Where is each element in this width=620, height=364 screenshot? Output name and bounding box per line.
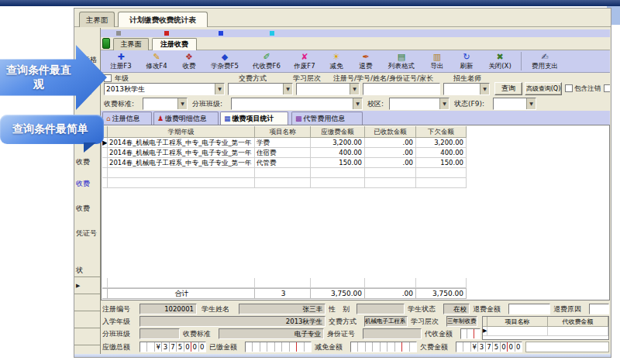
advanced-query-button[interactable]: 高级查询(Q)	[525, 82, 562, 95]
empty-cell	[365, 278, 416, 287]
chevron-down-icon[interactable]: ▼	[526, 98, 536, 109]
chevron-down-icon[interactable]: ▼	[480, 84, 489, 94]
pencil-icon: ✎	[153, 53, 160, 62]
entry-year-label: 入学年级	[102, 317, 130, 326]
grade-combobox[interactable]: 2013秋学生▼	[104, 83, 225, 95]
class-field[interactable]	[140, 328, 180, 339]
row-gutter	[102, 178, 108, 187]
collect-fee-button[interactable]: ❖收费	[174, 50, 204, 72]
cell-item: 住宿费	[255, 148, 311, 157]
owed-amount-label: 欠费金额	[420, 342, 448, 352]
fee-standard-combobox[interactable]: ▼	[143, 98, 188, 110]
refund-button[interactable]: ✒退费	[351, 50, 381, 72]
icon-fragment-strip	[101, 29, 610, 37]
callout-banner-text: 查询条件最简单	[0, 122, 101, 136]
search-input[interactable]	[363, 83, 440, 95]
paid-amount-label: 已缴金额	[209, 342, 237, 352]
entry-year-field[interactable]: 2013秋学生	[140, 316, 326, 327]
study-level-combobox[interactable]: ▼	[296, 83, 360, 95]
fee-standard-label: 收费标准:	[104, 99, 134, 108]
class-fuzzy-checkbox[interactable]	[604, 84, 610, 92]
campus-combobox[interactable]: ▼	[389, 98, 450, 110]
gender-field[interactable]	[356, 304, 405, 314]
app-window: 主界面 计划缴费收费统计表 显示格 学生 年 分班 联系 收费 收费 收费 凭证…	[74, 8, 611, 358]
student-status-field[interactable]: 在校	[443, 304, 470, 314]
sliver-label: 状	[76, 266, 83, 276]
mdi-tab-main[interactable]: 主界面	[79, 12, 115, 27]
document-icon	[116, 31, 121, 36]
chevron-down-icon[interactable]: ▼	[215, 84, 224, 94]
grid-header-owed: 下欠金额	[416, 126, 467, 137]
table-row[interactable]: 2014春_机械电子工程系_中专_电子专业_第一年 住宿费 400.00 .00…	[102, 148, 467, 158]
empty-cell	[255, 178, 311, 187]
chevron-down-icon[interactable]: ▼	[177, 98, 187, 109]
pay-method-combobox[interactable]: ▼	[228, 83, 293, 95]
owed-amount-cells[interactable]: ¥375000	[456, 342, 522, 352]
clipboard-icon: ▥	[433, 53, 441, 62]
register-button[interactable]: ✚注册F3	[103, 50, 139, 72]
chevron-down-icon[interactable]: ▼	[353, 98, 362, 109]
chevron-down-icon[interactable]: ▼	[439, 98, 449, 109]
refund-reason-field[interactable]	[589, 304, 609, 314]
paid-amount-cells[interactable]	[245, 342, 312, 352]
reg-no-field[interactable]: 1020001	[140, 304, 197, 314]
pay-method-form-label: 交费方式	[329, 317, 356, 326]
agency-amount-cells[interactable]	[460, 328, 480, 339]
close-button[interactable]: ✖关闭(X)	[481, 50, 518, 72]
cell-item: 学费	[255, 138, 311, 147]
query-button[interactable]: 查询	[494, 82, 522, 95]
include-cancelled-checkbox[interactable]	[565, 84, 573, 92]
row-gutter	[102, 158, 108, 167]
chevron-down-icon[interactable]: ▼	[283, 84, 292, 94]
cell-paid: .00	[365, 158, 416, 167]
void-button[interactable]: ✘作废F7	[288, 50, 322, 72]
row-marker-icon: ▶	[76, 283, 80, 289]
class-combobox[interactable]: ▼	[231, 98, 363, 110]
cell-paid: .00	[365, 138, 416, 147]
fee-standard-field[interactable]: 电子专业	[219, 328, 324, 339]
class-filter-label: 分班班级:	[192, 99, 222, 108]
total-due-label: 应缴总额	[102, 342, 130, 352]
list-format-button[interactable]: ▤列表格式	[381, 50, 422, 72]
name-field[interactable]: 张三丰	[239, 304, 326, 314]
tuition-button[interactable]: ◆学杂费F5	[204, 50, 246, 72]
agency-table-row[interactable]: ▶	[483, 327, 608, 336]
table-row[interactable]: ▶ 2014春_机械电子工程系_中专_电子专业_第一年 学费 3,200.00 …	[102, 138, 467, 148]
cell-owed: 3,200.00	[416, 138, 467, 147]
recruiter-combobox[interactable]: ▼	[443, 83, 490, 95]
tab-register-info[interactable]: ⌂注册信息	[102, 112, 152, 125]
table-row[interactable]: 2014春_机械电子工程系_中专_电子专业_第一年 代管费 150.00 .00…	[102, 158, 467, 168]
cell-term: 2014春_机械电子工程系_中专_电子专业_第一年	[108, 158, 255, 167]
modify-button[interactable]: ✎修改F4	[139, 50, 174, 72]
fee-standard-form-label: 收费标准	[183, 329, 211, 338]
waive-button[interactable]: ☀减免	[322, 50, 351, 72]
refresh-button[interactable]: ↻刷新	[452, 50, 481, 72]
mdi-tab-report[interactable]: 计划缴费收费统计表	[118, 12, 208, 27]
pay-method-field[interactable]: 机械电子工程系	[364, 316, 408, 327]
waived-amount-cells[interactable]	[350, 342, 417, 352]
empty-cell	[108, 178, 255, 187]
status-combobox[interactable]: ▼	[493, 98, 536, 110]
agency-items-table: 项目名称 代收费金额 ▶	[482, 316, 609, 340]
sliver-gridline	[74, 328, 101, 328]
expense-button[interactable]: ✍费用支出	[524, 50, 566, 72]
sub-tab-main[interactable]: 主界面	[113, 38, 149, 50]
tab-pay-stats[interactable]: ▦缴费项目统计	[220, 112, 288, 125]
empty-cell	[311, 278, 365, 287]
study-level-field[interactable]: 三年制收费	[446, 316, 477, 327]
chevron-down-icon[interactable]: ▼	[350, 84, 359, 94]
empty-table-row	[102, 278, 467, 288]
id-number-field[interactable]	[363, 328, 422, 339]
pay-method-label: 交费方式	[239, 74, 267, 83]
agency-fee-button[interactable]: ✐代收费F6	[246, 50, 288, 72]
empty-cell	[255, 168, 311, 177]
export-button[interactable]: ▥导出	[422, 50, 452, 72]
total-label: 合计	[108, 289, 255, 298]
sub-tab-register-fee[interactable]: 注册收费	[152, 38, 197, 50]
total-due: 3,750.00	[311, 289, 365, 298]
include-cancelled-label: 包含注销	[574, 84, 601, 93]
tab-agency-info[interactable]: ▩代管费用信息	[291, 112, 363, 125]
refund-amount-field[interactable]	[508, 304, 550, 314]
total-due-cells[interactable]: ¥375000	[140, 342, 206, 352]
tab-pay-detail[interactable]: ♟缴费明细信息	[153, 112, 219, 125]
